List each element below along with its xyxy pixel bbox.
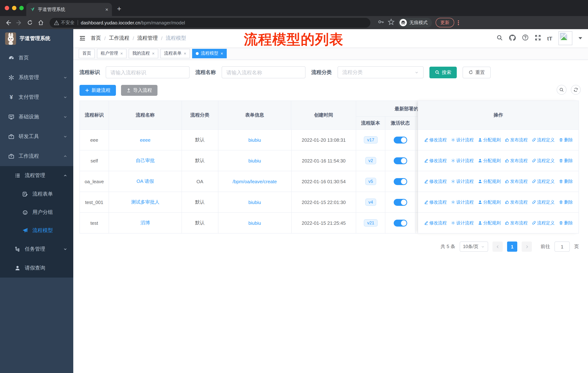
op-edit-link[interactable]: 修改流程	[424, 199, 447, 205]
sidebar-item-workflow[interactable]: 工作流程	[0, 146, 73, 166]
process-category-select[interactable]: 流程分类	[337, 66, 424, 78]
op-design-link[interactable]: 设计流程	[451, 199, 474, 205]
tag-close-icon[interactable]: ×	[152, 51, 155, 56]
chrome-update-button[interactable]: 更新	[436, 18, 454, 27]
op-delete-link[interactable]: 删除	[559, 178, 573, 184]
sidebar-item-leave-query[interactable]: 请假查询	[0, 259, 73, 278]
close-window-button[interactable]	[5, 6, 9, 10]
process-name-input[interactable]	[222, 66, 305, 78]
op-assign-link[interactable]: 分配规则	[478, 220, 501, 226]
op-edit-link[interactable]: 修改流程	[424, 158, 447, 164]
op-definition-link[interactable]: 流程定义	[532, 137, 555, 143]
active-toggle[interactable]	[394, 136, 407, 143]
version-badge[interactable]: v5	[365, 178, 376, 185]
sidebar-item-process-form[interactable]: 流程表单	[0, 185, 73, 203]
active-toggle[interactable]	[394, 178, 407, 185]
browser-tab[interactable]: 芋道管理系统 ×	[26, 3, 112, 16]
github-icon[interactable]	[509, 34, 516, 42]
form-info-link[interactable]: biubiu	[248, 200, 261, 205]
form-info-link[interactable]: biubiu	[248, 158, 261, 163]
op-definition-link[interactable]: 流程定义	[532, 199, 555, 205]
op-edit-link[interactable]: 修改流程	[424, 137, 447, 143]
op-delete-link[interactable]: 删除	[559, 199, 573, 205]
tag-close-icon[interactable]: ×	[184, 51, 186, 56]
op-publish-link[interactable]: 发布流程	[505, 199, 528, 205]
process-id-input[interactable]	[106, 66, 189, 78]
user-menu-caret-icon[interactable]	[578, 37, 582, 39]
reload-icon[interactable]	[26, 18, 34, 27]
version-badge[interactable]: v17	[364, 136, 378, 143]
version-badge[interactable]: v21	[364, 219, 378, 227]
tag-home[interactable]: 首页	[79, 49, 95, 58]
zoom-window-button[interactable]	[19, 6, 24, 10]
new-tab-button[interactable]: +	[117, 5, 121, 13]
sidebar-item-infrastructure[interactable]: 基础设施	[0, 107, 73, 127]
breadcrumb-home[interactable]: 首页	[91, 35, 101, 41]
search-button[interactable]: 搜索	[430, 67, 457, 78]
op-publish-link[interactable]: 发布流程	[505, 137, 528, 143]
op-delete-link[interactable]: 删除	[559, 158, 573, 164]
active-toggle[interactable]	[394, 157, 407, 164]
back-icon[interactable]	[4, 18, 12, 27]
breadcrumb-workflow[interactable]: 工作流程	[109, 35, 129, 41]
refresh-table-button[interactable]	[571, 85, 581, 95]
op-publish-link[interactable]: 发布流程	[505, 178, 528, 184]
page-size-select[interactable]: 10条/页	[460, 242, 488, 252]
process-name-link[interactable]: eeee	[140, 137, 151, 143]
op-design-link[interactable]: 设计流程	[451, 158, 474, 164]
process-name-link[interactable]: 自己审批	[136, 157, 155, 164]
version-badge[interactable]: v4	[365, 199, 376, 206]
op-definition-link[interactable]: 流程定义	[532, 158, 555, 164]
sidebar-item-devtools[interactable]: 研发工具	[0, 127, 73, 146]
op-design-link[interactable]: 设计流程	[451, 137, 474, 143]
op-delete-link[interactable]: 删除	[559, 137, 573, 143]
op-delete-link[interactable]: 删除	[559, 220, 573, 226]
tag-close-icon[interactable]: ×	[120, 51, 123, 56]
reset-button[interactable]: 重置	[462, 67, 491, 78]
sidebar-item-payment[interactable]: ¥ 支付管理	[0, 87, 73, 107]
sidebar-item-process-model[interactable]: 流程模型	[0, 222, 73, 240]
sidebar-item-user-group[interactable]: 用户分组	[0, 203, 73, 222]
bookmark-star-icon[interactable]	[388, 19, 394, 27]
version-badge[interactable]: v2	[365, 157, 376, 164]
forward-icon[interactable]	[15, 18, 23, 27]
form-info-link[interactable]: biubiu	[248, 137, 261, 143]
import-process-button[interactable]: 导入流程	[121, 85, 158, 96]
form-info-link[interactable]: /bpm/oa/leave/create	[232, 179, 277, 184]
sidebar-collapse-icon[interactable]	[79, 35, 86, 41]
op-design-link[interactable]: 设计流程	[451, 178, 474, 184]
prev-page-button[interactable]	[493, 242, 503, 252]
address-bar[interactable]: 不安全 dashboard.yudao.iocoder.cn/bpm/manag…	[50, 18, 370, 28]
password-key-icon[interactable]	[378, 19, 384, 27]
op-definition-link[interactable]: 流程定义	[532, 220, 555, 226]
window-controls[interactable]	[5, 6, 24, 10]
font-size-icon[interactable]: tT	[547, 35, 552, 41]
fullscreen-icon[interactable]	[535, 34, 541, 42]
page-number-button[interactable]: 1	[507, 242, 517, 252]
help-icon[interactable]	[522, 34, 529, 42]
active-toggle[interactable]	[394, 220, 407, 226]
form-info-link[interactable]: biubiu	[248, 220, 261, 226]
goto-page-input[interactable]	[555, 242, 570, 252]
home-icon[interactable]	[36, 18, 45, 27]
minimize-window-button[interactable]	[12, 6, 16, 10]
op-assign-link[interactable]: 分配规则	[478, 158, 501, 164]
op-assign-link[interactable]: 分配规则	[478, 178, 501, 184]
user-avatar[interactable]	[558, 31, 572, 45]
sidebar-item-process-management[interactable]: 流程管理	[0, 166, 73, 185]
op-edit-link[interactable]: 修改流程	[424, 220, 447, 226]
op-design-link[interactable]: 设计流程	[451, 220, 474, 226]
next-page-button[interactable]	[522, 242, 532, 252]
sidebar-item-task-management[interactable]: 任务管理	[0, 240, 73, 259]
header-search-icon[interactable]	[496, 34, 503, 42]
tag-close-icon[interactable]: ×	[220, 51, 223, 56]
op-edit-link[interactable]: 修改流程	[424, 178, 447, 184]
active-toggle[interactable]	[394, 199, 407, 206]
op-publish-link[interactable]: 发布流程	[505, 220, 528, 226]
tag-my-process[interactable]: 我的流程×	[129, 49, 158, 58]
browser-menu-icon[interactable]	[458, 20, 459, 25]
show-search-button[interactable]	[557, 85, 567, 95]
process-name-link[interactable]: 测试多审批人	[131, 199, 159, 205]
process-name-link[interactable]: OA 请假	[136, 178, 154, 185]
op-assign-link[interactable]: 分配规则	[478, 137, 501, 143]
